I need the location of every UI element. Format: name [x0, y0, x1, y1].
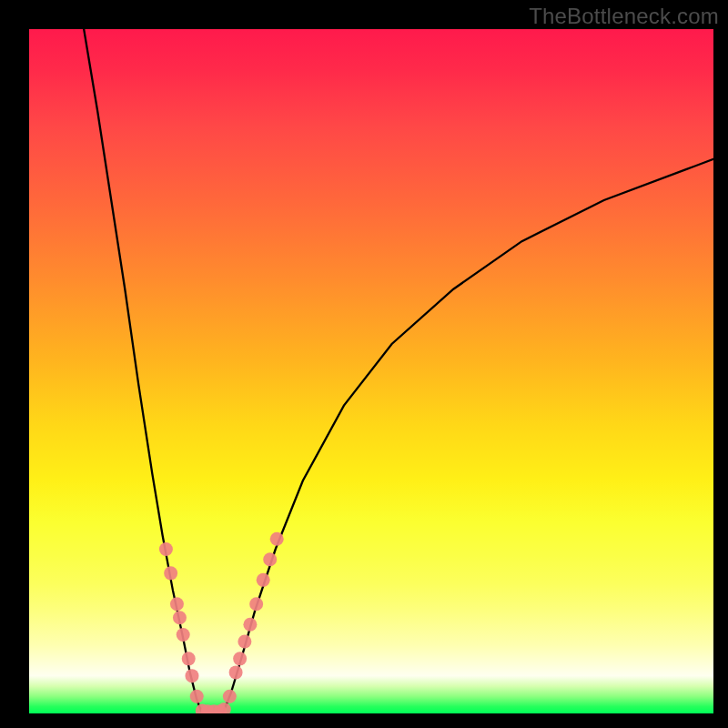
marker-dot — [233, 652, 247, 665]
chart-stage: TheBottleneck.com — [0, 0, 728, 728]
marker-dot — [243, 618, 257, 632]
marker-dot — [263, 552, 277, 566]
marker-dots — [159, 532, 284, 713]
marker-dot — [217, 703, 231, 713]
marker-dot — [182, 652, 196, 665]
marker-dot — [185, 669, 198, 682]
right-curve — [223, 159, 713, 713]
marker-dot — [229, 665, 243, 679]
marker-dot — [257, 573, 270, 587]
marker-dot — [164, 566, 177, 580]
marker-dot — [159, 542, 173, 556]
marker-dot — [190, 690, 204, 703]
marker-dot — [238, 635, 251, 649]
plot-area — [29, 29, 713, 713]
left-curve — [84, 29, 202, 713]
curve-layer — [29, 29, 713, 713]
watermark-text: TheBottleneck.com — [529, 4, 719, 29]
marker-dot — [177, 628, 190, 642]
marker-dot — [170, 597, 184, 611]
marker-dot — [173, 611, 187, 624]
marker-dot — [270, 532, 284, 546]
marker-dot — [249, 597, 263, 611]
marker-dot — [223, 690, 237, 703]
